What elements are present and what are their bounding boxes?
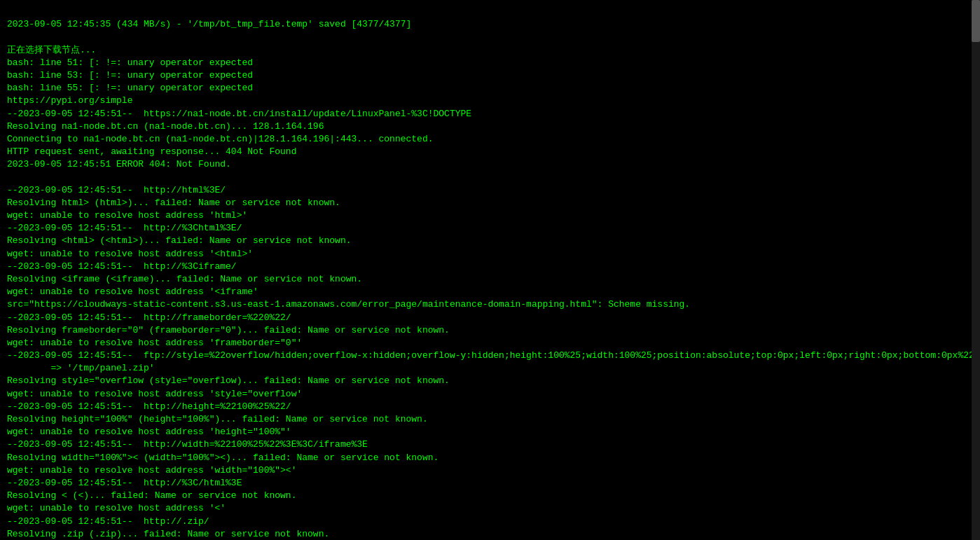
terminal-window: 2023-09-05 12:45:35 (434 MB/s) - '/tmp/b… bbox=[0, 0, 980, 540]
terminal-line: wget: unable to resolve host address 'wi… bbox=[7, 464, 973, 477]
terminal-line: Resolving frameborder="0" (frameborder="… bbox=[7, 324, 973, 337]
terminal-line bbox=[7, 31, 973, 43]
terminal-line: --2023-09-05 12:45:51-- http://html%3E/ bbox=[7, 184, 973, 197]
terminal-line: --2023-09-05 12:45:51-- http://width=%22… bbox=[7, 438, 973, 451]
terminal-line: wget: unable to resolve host address 'he… bbox=[7, 426, 973, 438]
terminal-line: wget: unable to resolve host address '<h… bbox=[7, 248, 973, 261]
scrollbar[interactable] bbox=[972, 0, 980, 540]
terminal-line: wget: unable to resolve host address 'st… bbox=[7, 388, 973, 401]
terminal-line: HTTP request sent, awaiting response... … bbox=[7, 146, 973, 158]
terminal-line: Connecting to na1-node.bt.cn (na1-node.b… bbox=[7, 133, 973, 146]
terminal-line: src="https://cloudways-static-content.s3… bbox=[7, 298, 973, 311]
terminal-line: Resolving height="100%" (height="100%").… bbox=[7, 413, 973, 426]
terminal-line: 2023-09-05 12:45:35 (434 MB/s) - '/tmp/b… bbox=[7, 18, 973, 31]
terminal-line: wget: unable to resolve host address 'ht… bbox=[7, 209, 973, 222]
terminal-line bbox=[7, 171, 973, 184]
terminal-line: --2023-09-05 12:45:51-- http://height=%2… bbox=[7, 401, 973, 413]
terminal-line: --2023-09-05 12:45:51-- https://na1-node… bbox=[7, 108, 973, 120]
terminal-line: Resolving width="100%">< (width="100%"><… bbox=[7, 452, 973, 464]
terminal-line: --2023-09-05 12:45:51-- http://.zip/ bbox=[7, 515, 973, 528]
terminal-line: bash: line 51: [: !=: unary operator exp… bbox=[7, 57, 973, 69]
terminal-line: Resolving <iframe (<iframe)... failed: N… bbox=[7, 273, 973, 286]
terminal-line: Resolving < (<)... failed: Name or servi… bbox=[7, 490, 973, 502]
terminal-line: bash: line 55: [: !=: unary operator exp… bbox=[7, 82, 973, 95]
terminal-line: --2023-09-05 12:45:51-- http://%3Ciframe… bbox=[7, 261, 973, 273]
terminal-line: Resolving na1-node.bt.cn (na1-node.bt.cn… bbox=[7, 120, 973, 133]
terminal-line: Resolving style="overflow (style="overfl… bbox=[7, 375, 973, 387]
terminal-line: wget: unable to resolve host address 'fr… bbox=[7, 337, 973, 349]
terminal-line: 2023-09-05 12:45:51 ERROR 404: Not Found… bbox=[7, 158, 973, 171]
terminal-line: Resolving .zip (.zip)... failed: Name or… bbox=[7, 528, 973, 540]
terminal-line: wget: unable to resolve host address '<' bbox=[7, 502, 973, 515]
terminal-line: --2023-09-05 12:45:51-- http://%3Chtml%3… bbox=[7, 222, 973, 235]
terminal-line: https://pypi.org/simple bbox=[7, 95, 973, 107]
terminal-line: wget: unable to resolve host address '<i… bbox=[7, 286, 973, 298]
terminal-line: Resolving <html> (<html>)... failed: Nam… bbox=[7, 235, 973, 247]
scrollbar-thumb[interactable] bbox=[972, 0, 980, 42]
terminal-line: Resolving html> (html>)... failed: Name … bbox=[7, 197, 973, 209]
terminal-line: --2023-09-05 12:45:51-- http://%3C/html%… bbox=[7, 477, 973, 490]
terminal-line: 正在选择下载节点... bbox=[7, 44, 973, 57]
terminal-line: --2023-09-05 12:45:51-- http://framebord… bbox=[7, 312, 973, 324]
terminal-line: bash: line 53: [: !=: unary operator exp… bbox=[7, 69, 973, 82]
terminal-line: --2023-09-05 12:45:51-- ftp://style=%22o… bbox=[7, 349, 973, 362]
terminal-line: => '/tmp/panel.zip' bbox=[7, 362, 973, 375]
